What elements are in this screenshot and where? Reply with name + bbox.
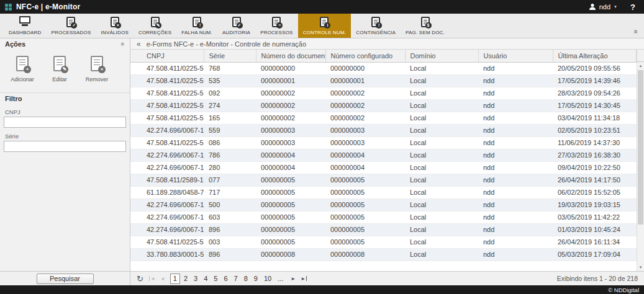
cell: 000000003 [325, 136, 405, 149]
table-row[interactable]: 47.508.411/2589-19077000000005000000005L… [130, 174, 637, 186]
last-page-button[interactable]: ► [301, 276, 307, 282]
pagination-status: Exibindo itens 1 - 20 de 218 [557, 275, 638, 282]
invalid-docs-icon: × [111, 17, 119, 27]
serie-input[interactable] [4, 141, 126, 152]
collapse-actions-icon[interactable]: « [117, 42, 129, 46]
help-button[interactable]: ? [630, 2, 635, 12]
ribbon-tabs: DASHBOARD✓PROCESSADOS×INVÁLIDOS✎CORREÇÕE… [4, 14, 450, 38]
cell: ndd [478, 211, 553, 223]
tab-correcoes[interactable]: ✎CORREÇÕES [134, 14, 176, 38]
tab-pag-sem-doc[interactable]: $PAG. SEM DOC. [401, 14, 450, 38]
cell: 02/05/2019 10:23:51 [553, 124, 637, 136]
table-row[interactable]: 47.508.411/0225-59092000000002000000002L… [130, 87, 637, 99]
cell: Local [405, 198, 478, 211]
cell: 47.508.411/0225-59 [130, 236, 204, 248]
table-row[interactable]: 47.508.411/0225-59535000000001000000001L… [130, 74, 637, 87]
table-row[interactable]: 47.508.411/0225-59165000000002000000002L… [130, 112, 637, 124]
cnpj-input[interactable] [4, 117, 126, 128]
tab-processos[interactable]: ≡PROCESSOS [255, 14, 297, 38]
table-row[interactable]: 47.508.411/0225-59086000000003000000003L… [130, 136, 637, 149]
badge-glyph: ✓ [71, 22, 77, 29]
sidebar: Ações « +Adicionar✎Editar×Remover Filtro… [0, 38, 130, 271]
cell: ndd [478, 248, 553, 261]
refresh-icon[interactable]: ↻ [137, 275, 143, 283]
table-row[interactable]: 42.274.696/0067-10559000000003000000003L… [130, 124, 637, 136]
page-button-7[interactable]: 7 [232, 274, 240, 283]
table-row[interactable]: 61.189.288/0458-75717000000005000000005L… [130, 186, 637, 198]
page-button-1[interactable]: 1 [170, 274, 180, 284]
column-header-cnpj[interactable]: CNPJ [130, 50, 204, 62]
page-button-5[interactable]: 5 [211, 274, 220, 283]
cell: 000000005 [256, 223, 325, 236]
cell: 896 [204, 223, 256, 236]
cell: 000000005 [325, 236, 405, 248]
table-row[interactable]: 47.508.411/0225-59003000000005000000005L… [130, 236, 637, 248]
editar-button[interactable]: ✎Editar [47, 56, 72, 82]
table-row[interactable]: 47.508.411/0225-59274000000002000000002L… [130, 99, 637, 112]
column-header-usuario[interactable]: Usuário [478, 50, 553, 62]
tab-dashboard[interactable]: DASHBOARD [4, 14, 46, 38]
cell: ndd [478, 236, 553, 248]
cell: 19/03/2019 19:03:15 [553, 198, 637, 211]
prev-page-button[interactable]: ◄ [160, 276, 165, 282]
table-row[interactable]: 47.508.411/0225-59768000000000000000000L… [130, 62, 637, 74]
cell: 000000002 [325, 112, 405, 124]
titlebar: NFC-e | e-Monitor ndd ▼ ? [0, 0, 644, 14]
cell: 280 [204, 161, 256, 174]
app-logo-icon [5, 4, 12, 11]
table-row[interactable]: 42.274.696/0067-10500000000005000000005L… [130, 198, 637, 211]
payment-without-doc-icon: $ [421, 17, 430, 27]
tab-processados[interactable]: ✓PROCESSADOS [46, 14, 96, 38]
tab-label: CONTINGÊNCIA [356, 30, 396, 35]
column-header-dominio[interactable]: Domínio [405, 50, 478, 62]
page-button-[interactable]: ... [275, 274, 286, 283]
cell: Local [405, 87, 478, 99]
cell: 28/03/2019 09:54:26 [553, 87, 637, 99]
page-button-6[interactable]: 6 [221, 274, 230, 283]
tab-invalidos[interactable]: ×INVÁLIDOS [96, 14, 133, 38]
adicionar-button[interactable]: +Adicionar [10, 56, 35, 82]
cell: 000000003 [256, 136, 325, 149]
cell: 42.274.696/0067-10 [130, 223, 204, 236]
column-header-numero-configurado[interactable]: Número configurado [325, 50, 405, 62]
scroll-up-icon[interactable]: ▲ [637, 62, 644, 69]
table-row[interactable]: 42.274.696/0067-10280000000004000000004L… [130, 161, 637, 174]
collapse-ribbon-icon[interactable]: « [632, 30, 641, 34]
cell: 165 [204, 112, 256, 124]
tab-controle-num[interactable]: iCONTROLE NUM. [298, 14, 351, 38]
table-row[interactable]: 42.274.696/0067-10786000000004000000004L… [130, 149, 637, 161]
audit-icon: ✓ [232, 17, 241, 27]
next-page-button[interactable]: ► [291, 276, 296, 282]
page-button-9[interactable]: 9 [252, 274, 260, 283]
cell: 603 [204, 211, 256, 223]
tab-auditoria[interactable]: ✓AUDITORIA [217, 14, 255, 38]
table-row[interactable]: 33.780.883/0001-59896000000008000000008L… [130, 248, 637, 261]
page-button-2[interactable]: 2 [181, 274, 190, 283]
page-button-10[interactable]: 10 [261, 274, 274, 283]
collapse-sidebar-icon[interactable]: « [137, 40, 141, 48]
table-row[interactable]: 42.274.696/0067-10896000000005000000005L… [130, 223, 637, 236]
column-header-serie[interactable]: Série [204, 50, 256, 62]
tab-contingencia[interactable]: !CONTINGÊNCIA [351, 14, 401, 38]
vertical-scrollbar[interactable]: ▲ ▼ [637, 62, 644, 271]
column-header-ultima-alteracao[interactable]: Última Alteração [553, 50, 637, 62]
remover-button[interactable]: ×Remover [84, 56, 109, 82]
first-page-button[interactable]: ◄ [148, 276, 155, 282]
last-page-glyph: ► [301, 276, 306, 282]
tab-falha-num[interactable]: !FALHA NUM. [176, 14, 217, 38]
scroll-down-icon[interactable]: ▼ [637, 264, 644, 271]
cell: 000000000 [325, 62, 405, 74]
table-row[interactable]: 42.274.696/0067-10603000000005000000005L… [130, 211, 637, 223]
corrections-icon: ✎ [151, 17, 160, 27]
page-button-4[interactable]: 4 [201, 274, 210, 283]
scrollbar-thumb[interactable] [638, 70, 643, 225]
cell: 47.508.411/0225-59 [130, 112, 204, 124]
cell: ndd [478, 87, 553, 99]
search-button[interactable]: Pesquisar [37, 274, 94, 284]
column-header-numero-do-documento[interactable]: Número do documento [256, 50, 325, 62]
badge-glyph: i [324, 22, 330, 29]
user-menu[interactable]: ndd ▼ [589, 3, 617, 11]
page-button-8[interactable]: 8 [242, 274, 250, 283]
page-button-3[interactable]: 3 [191, 274, 200, 283]
footer: © NDDigital [0, 285, 644, 294]
